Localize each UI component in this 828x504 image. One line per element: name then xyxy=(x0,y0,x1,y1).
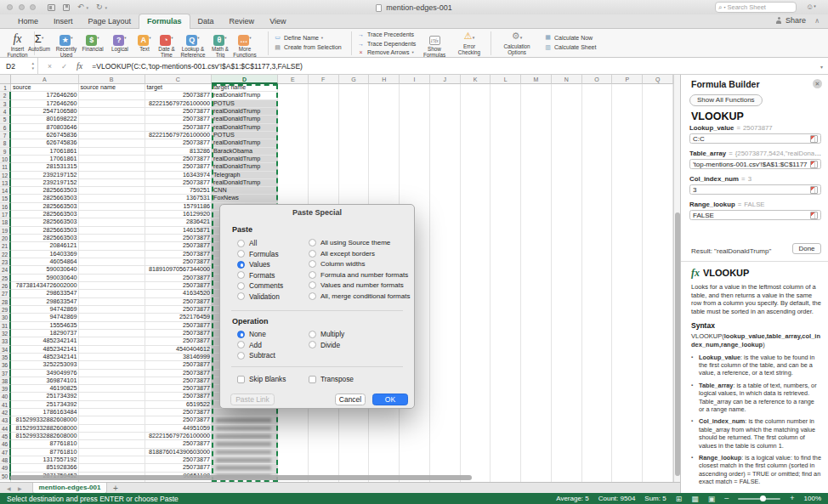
cell-b2[interactable] xyxy=(79,92,145,99)
calculate-sheet-button[interactable]: ▥Calculate Sheet xyxy=(544,44,596,51)
ribbon-tab-review[interactable]: Review xyxy=(222,14,263,29)
range-picker-icon[interactable] xyxy=(810,186,818,194)
create-from-selection-button[interactable]: ▤Create from Selection xyxy=(274,44,342,51)
cell-b5[interactable] xyxy=(79,116,145,123)
column-header-h[interactable]: H xyxy=(369,75,400,84)
cell-b43[interactable] xyxy=(79,416,145,424)
next-sheet-icon[interactable]: ▶ xyxy=(18,485,22,491)
page-break-view-icon[interactable]: ▣ xyxy=(708,495,716,503)
cell-c38[interactable]: 25073877 xyxy=(145,377,213,385)
row-header-10[interactable]: 10 xyxy=(0,156,11,163)
cell-a2[interactable]: 172646260 xyxy=(11,92,79,99)
cell-c10[interactable]: 25073877 xyxy=(145,156,213,163)
cell-d49[interactable] xyxy=(212,464,278,472)
row-header-3[interactable]: 3 xyxy=(0,100,11,108)
cell-b47[interactable] xyxy=(79,449,145,456)
feedback-smiley-icon[interactable]: ☺▾ xyxy=(806,3,816,11)
confirm-formula-icon[interactable]: ✓ xyxy=(61,62,67,71)
cell-c49[interactable]: 25073877 xyxy=(145,464,213,472)
define-name-button[interactable]: ▭Define Name▾ xyxy=(274,34,342,41)
argument-input-lookup_value[interactable]: C:C xyxy=(689,133,821,144)
cell-b6[interactable] xyxy=(79,124,145,132)
cell-b10[interactable] xyxy=(79,156,145,163)
cell-a38[interactable]: 369874101 xyxy=(11,377,79,385)
column-header-e[interactable]: E xyxy=(278,75,309,84)
row-header-37[interactable]: 37 xyxy=(0,370,11,377)
remove-arrows-button[interactable]: ×Remove Arrows▾ xyxy=(357,49,416,55)
cell-d11[interactable]: realDonaldTrump xyxy=(212,163,278,171)
row-header-8[interactable]: 8 xyxy=(0,139,11,147)
cell-c9[interactable]: 813286 xyxy=(145,148,213,156)
cell-a33[interactable]: 4852342141 xyxy=(11,337,79,345)
column-header-o[interactable]: O xyxy=(582,75,613,84)
row-header-18[interactable]: 18 xyxy=(0,218,11,226)
cell-c25[interactable]: 25073877 xyxy=(145,275,213,282)
cell-a28[interactable]: 298633547 xyxy=(11,298,79,306)
cell-c18[interactable]: 2836421 xyxy=(145,218,213,226)
cell-b14[interactable] xyxy=(79,187,145,195)
cell-b29[interactable] xyxy=(79,306,145,314)
cell-b33[interactable] xyxy=(79,337,145,345)
cell-a25[interactable]: 590030640 xyxy=(11,275,79,282)
cell-c8[interactable]: 25073877 xyxy=(145,139,213,147)
paste-radio-values[interactable]: Values xyxy=(237,260,270,269)
cell-c17[interactable]: 16129920 xyxy=(145,211,213,218)
cell-b11[interactable] xyxy=(79,163,145,171)
cell-a44[interactable]: 815299332882608000 xyxy=(11,425,79,433)
trace-precedents-button[interactable]: →Trace Precedents xyxy=(357,31,416,37)
row-header-2[interactable]: 2 xyxy=(0,92,11,99)
share-button[interactable]: Share ∧ xyxy=(775,16,819,25)
vertical-scrollbar-track[interactable] xyxy=(673,75,680,482)
paste-radio-formula-and-number-formats[interactable]: Formula and number formats xyxy=(309,271,408,279)
previous-sheet-icon[interactable]: ◀ xyxy=(7,485,11,491)
cell-b4[interactable] xyxy=(79,108,145,116)
cell-a9[interactable]: 17061861 xyxy=(11,148,79,156)
ribbon-tab-view[interactable]: View xyxy=(262,14,293,29)
paste-radio-all-except-borders[interactable]: All except borders xyxy=(309,250,375,258)
cell-a10[interactable]: 17061861 xyxy=(11,156,79,163)
row-header-40[interactable]: 40 xyxy=(0,393,11,400)
cell-d12[interactable]: Telegraph xyxy=(212,172,278,179)
cell-c32[interactable]: 25073877 xyxy=(145,330,213,337)
range-picker-icon[interactable] xyxy=(810,161,818,168)
paste-radio-formulas[interactable]: Formulas xyxy=(237,250,279,258)
cell-a47[interactable]: 87761810 xyxy=(11,449,79,456)
cell-d46[interactable] xyxy=(212,440,278,448)
cell-c12[interactable]: 16343974 xyxy=(145,172,213,179)
cell-a31[interactable]: 15554635 xyxy=(11,322,79,330)
operation-radio-multiply[interactable]: Multiply xyxy=(309,330,344,338)
cell-c30[interactable]: 252176459 xyxy=(145,314,213,321)
row-header-23[interactable]: 23 xyxy=(0,258,11,266)
cell-c23[interactable]: 25073877 xyxy=(145,258,213,266)
cell-a29[interactable]: 94742869 xyxy=(11,306,79,314)
cell-c15[interactable]: 1367531 xyxy=(145,195,213,202)
column-header-q[interactable]: Q xyxy=(643,75,673,84)
row-header-50[interactable]: 50 xyxy=(0,473,11,480)
cell-c40[interactable]: 25073877 xyxy=(145,393,213,400)
cell-c29[interactable]: 25073877 xyxy=(145,306,213,314)
cell-c28[interactable]: 25073877 xyxy=(145,298,213,306)
column-header-n[interactable]: N xyxy=(552,75,582,84)
cell-c44[interactable]: 44951059 xyxy=(145,425,213,433)
cell-c6[interactable]: 25073877 xyxy=(145,124,213,132)
row-header-5[interactable]: 5 xyxy=(0,116,11,123)
cell-a48[interactable]: 1317557192 xyxy=(11,456,79,464)
cell-b21[interactable] xyxy=(79,242,145,250)
select-all-corner[interactable] xyxy=(0,75,11,84)
cell-a43[interactable]: 815299332882608000 xyxy=(11,416,79,424)
cell-d5[interactable]: realDonaldTrump xyxy=(212,116,278,123)
cell-c13[interactable]: 25073877 xyxy=(145,179,213,187)
cell-d3[interactable]: POTUS xyxy=(212,100,278,108)
search-sheet-input[interactable]: ⌕ ▾ Search Sheet xyxy=(715,2,797,13)
cell-a27[interactable]: 298633547 xyxy=(11,290,79,297)
page-layout-view-icon[interactable]: ▦ xyxy=(691,495,699,503)
cell-b42[interactable] xyxy=(79,409,145,416)
cell-a1[interactable]: source xyxy=(11,84,79,92)
argument-input-table_array[interactable]: 'top-mentions-001.csv'!$A$1:$C$1177 xyxy=(689,159,821,169)
normal-view-icon[interactable]: ⊞ xyxy=(676,495,683,503)
range-picker-icon[interactable] xyxy=(810,212,818,219)
column-header-b[interactable]: B xyxy=(79,75,145,84)
row-header-43[interactable]: 43 xyxy=(0,416,11,424)
column-header-j[interactable]: J xyxy=(430,75,461,84)
cell-a41[interactable]: 251734392 xyxy=(11,401,79,409)
